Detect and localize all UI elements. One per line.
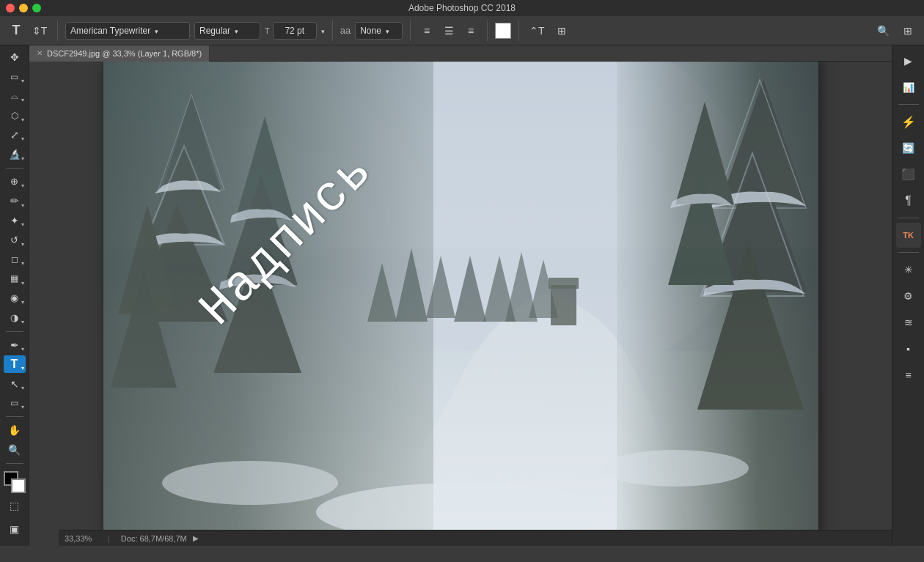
hand-tool[interactable]: ✋ <box>4 421 26 439</box>
character-panel-btn[interactable]: ⊞ <box>551 21 572 41</box>
quick-select-tool[interactable]: ⬡ ▾ <box>4 106 26 124</box>
app-title: Adobe Photoshop CC 2018 <box>408 3 516 13</box>
tab-close-icon[interactable]: ✕ <box>37 49 43 57</box>
layers-icon: ⬛ <box>901 168 915 181</box>
path-select-arrow-icon: ▾ <box>21 385 24 391</box>
svg-rect-30 <box>549 278 579 289</box>
maximize-button[interactable] <box>32 4 41 12</box>
dodge-tool[interactable]: ◑ ▾ <box>4 308 26 326</box>
paragraph-icon: ¶ <box>905 194 912 207</box>
search-icon: 🔍 <box>877 25 890 37</box>
antialiasing-value: None <box>360 26 381 36</box>
search-btn[interactable]: 🔍 <box>873 21 893 41</box>
antialiasing-label: aa <box>340 25 351 36</box>
font-size-chevron-icon <box>320 26 325 36</box>
align-left-icon: ≡ <box>424 25 430 37</box>
font-size-group: T <box>265 22 325 40</box>
sep-left-2 <box>6 331 23 332</box>
canvas-wrapper[interactable]: Надпись <box>29 62 892 530</box>
sep-2 <box>332 21 333 41</box>
dodge-icon: ◑ <box>10 312 18 323</box>
type-tool[interactable]: T ▾ <box>4 355 26 373</box>
brush-panel-icon: ▪ <box>906 343 910 355</box>
path-select-tool[interactable]: ↖ ▾ <box>4 374 26 392</box>
toolbar-right: 🔍 ⊞ <box>873 21 918 41</box>
doc-tab-bar: ✕ DSCF2949.jpg @ 33,3% (Layer 1, RGB/8*) <box>29 45 892 62</box>
trees-svg <box>103 62 818 530</box>
zoom-tool[interactable]: 🔍 <box>4 441 26 459</box>
layers-adjust-btn[interactable]: ⚡ <box>896 109 921 134</box>
paragraph-btn[interactable]: ¶ <box>896 188 921 213</box>
eyedropper-tool[interactable]: 🔬 ▾ <box>4 145 26 163</box>
histogram-btn[interactable]: 📊 <box>896 75 921 100</box>
canvas-area: ✕ DSCF2949.jpg @ 33,3% (Layer 1, RGB/8*) <box>29 45 892 546</box>
background-color[interactable] <box>11 478 26 493</box>
hand-icon: ✋ <box>8 424 21 436</box>
move-tool[interactable]: ✥ <box>4 48 26 66</box>
healing-arrow-icon: ▾ <box>21 182 24 189</box>
close-button[interactable] <box>6 4 15 12</box>
align-center-btn[interactable]: ☰ <box>440 22 458 40</box>
history-brush-icon: ↺ <box>10 234 18 245</box>
document-tab[interactable]: ✕ DSCF2949.jpg @ 33,3% (Layer 1, RGB/8*) <box>29 45 210 62</box>
quick-mask-btn[interactable]: ⬚ <box>4 495 26 517</box>
antialiasing-dropdown[interactable]: None <box>355 22 403 40</box>
blur-tool[interactable]: ◉ ▾ <box>4 289 26 307</box>
lasso-tool[interactable]: ⌓ ▾ <box>4 87 26 105</box>
tk-btn[interactable]: TK <box>896 223 921 248</box>
shape-tool[interactable]: ▭ ▾ <box>4 394 26 412</box>
right-sep-3 <box>898 252 919 253</box>
type-arrow-icon: ▾ <box>21 365 24 371</box>
canvas-document: Надпись <box>103 62 818 530</box>
move-icon: ✥ <box>10 51 19 63</box>
pen-tool[interactable]: ✒ ▾ <box>4 336 26 353</box>
fg-bg-colors <box>4 471 26 493</box>
align-left-btn[interactable]: ≡ <box>418 22 436 40</box>
workspace-btn[interactable]: ⊞ <box>898 21 918 41</box>
text-color-swatch[interactable] <box>495 23 511 39</box>
status-arrow-icon[interactable]: ▶ <box>193 534 199 542</box>
screen-mode-icon: ▣ <box>10 523 19 535</box>
marquee-tool[interactable]: ▭ ▾ <box>4 67 26 85</box>
smudge-btn[interactable]: ≋ <box>896 310 921 335</box>
text-tool-btn[interactable]: T <box>6 21 26 41</box>
play-btn[interactable]: ▶ <box>896 48 921 73</box>
zoom-level: 33,33% <box>65 534 101 543</box>
lasso-icon: ⌓ <box>11 91 18 101</box>
antialiasing-chevron-icon <box>384 26 389 36</box>
zoom-icon: 🔍 <box>8 444 21 456</box>
healing-tool[interactable]: ⊕ ▾ <box>4 173 26 191</box>
gradient-tool[interactable]: ▦ ▾ <box>4 270 26 287</box>
adjustments-icon: ⚙ <box>903 290 913 302</box>
font-size-input[interactable] <box>273 22 317 40</box>
layers-btn[interactable]: ⬛ <box>896 162 921 187</box>
window-controls <box>6 4 41 12</box>
history-brush-arrow-icon: ▾ <box>21 241 24 248</box>
brush-tool[interactable]: ✏ ▾ <box>4 192 26 210</box>
brush-panel-btn[interactable]: ▪ <box>896 336 921 361</box>
text-orientation-btn[interactable]: ⇕T <box>29 21 50 41</box>
font-style-dropdown[interactable]: Regular <box>194 22 260 40</box>
sparkle-btn[interactable]: ✳ <box>896 257 921 282</box>
lasso-arrow-icon: ▾ <box>21 97 24 103</box>
warp-text-btn[interactable]: ⌃T <box>527 21 547 41</box>
3d-rotate-btn[interactable]: 🔄 <box>896 136 921 160</box>
eraser-icon: ◻ <box>11 254 18 265</box>
eraser-tool[interactable]: ◻ ▾ <box>4 251 26 268</box>
history-brush-tool[interactable]: ↺ ▾ <box>4 231 26 248</box>
sep-left-4 <box>6 463 23 464</box>
more-btn[interactable]: ≡ <box>896 363 921 388</box>
pen-arrow-icon: ▾ <box>21 346 24 352</box>
align-right-btn[interactable]: ≡ <box>462 22 480 40</box>
svg-point-31 <box>162 461 338 505</box>
blur-arrow-icon: ▾ <box>21 299 24 306</box>
shape-arrow-icon: ▾ <box>21 404 24 410</box>
color-tools <box>4 471 26 493</box>
adjustments-btn[interactable]: ⚙ <box>896 284 921 308</box>
crop-tool[interactable]: ⤢ ▾ <box>4 126 26 144</box>
screen-mode-btn[interactable]: ▣ <box>4 518 26 540</box>
font-name-dropdown[interactable]: American Typewriter <box>65 22 190 40</box>
minimize-button[interactable] <box>19 4 28 12</box>
clone-stamp-tool[interactable]: ✦ ▾ <box>4 212 26 229</box>
sep-5 <box>518 21 519 41</box>
